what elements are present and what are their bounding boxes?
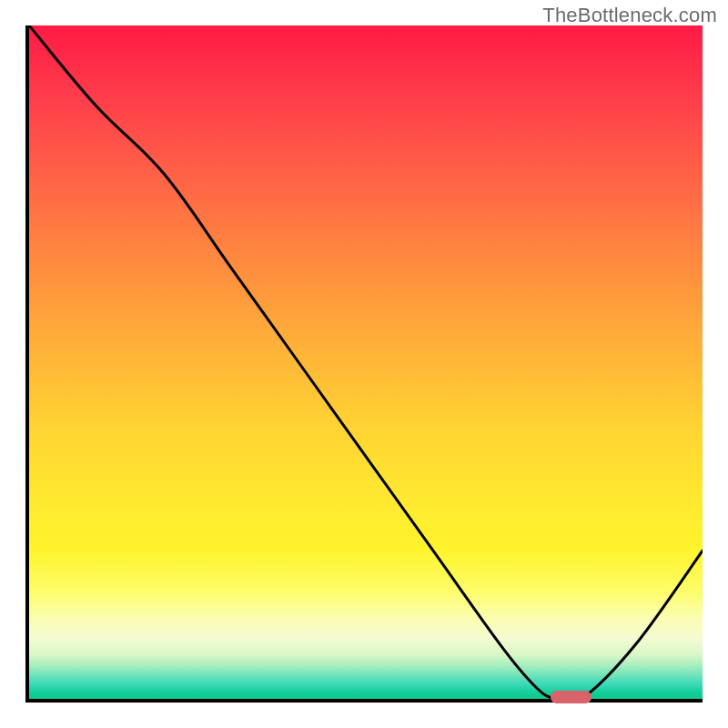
optimal-range-marker: [551, 691, 592, 703]
plot-area: [25, 25, 703, 703]
watermark-text: TheBottleneck.com: [542, 4, 717, 27]
curve-path: [29, 25, 703, 699]
bottleneck-curve: [29, 25, 703, 699]
